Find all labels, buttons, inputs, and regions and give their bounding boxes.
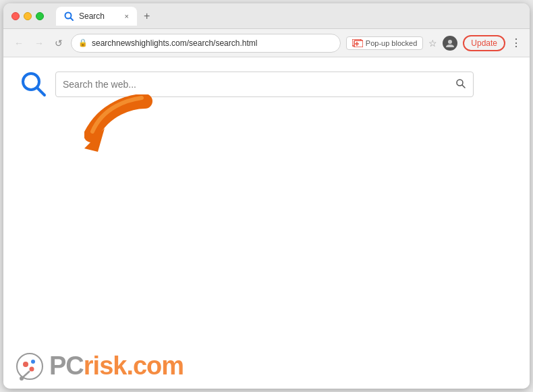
toolbar-right: Pop-up blocked ☆ Update ⋮ [346, 35, 522, 51]
popup-blocked-badge[interactable]: Pop-up blocked [346, 36, 423, 50]
tab-bar: Search × + [56, 7, 522, 26]
bookmark-button[interactable]: ☆ [428, 38, 437, 49]
browser-window: Search × + ← → ↺ 🔒 searchnewshighlights.… [3, 3, 530, 389]
svg-point-18 [20, 376, 24, 381]
new-tab-button[interactable]: + [140, 9, 154, 24]
reload-button[interactable]: ↺ [52, 35, 65, 51]
maximize-button[interactable] [36, 12, 44, 20]
popup-blocked-label: Pop-up blocked [366, 39, 417, 47]
close-button[interactable] [11, 12, 20, 20]
lock-icon: 🔒 [78, 38, 88, 47]
pcrisk-icon [16, 352, 44, 381]
svg-line-10 [462, 85, 465, 88]
active-tab[interactable]: Search × [56, 7, 137, 26]
svg-point-6 [448, 40, 452, 44]
tab-close-button[interactable]: × [125, 12, 129, 20]
search-area [3, 57, 530, 111]
profile-button[interactable] [443, 36, 457, 51]
svg-line-1 [71, 18, 74, 20]
svg-point-13 [17, 354, 43, 379]
svg-marker-12 [84, 128, 105, 152]
search-submit-icon [455, 78, 466, 89]
watermark: PCrisk.com [16, 352, 184, 381]
address-bar: ← → ↺ 🔒 searchnewshighlights.com/search/… [3, 29, 530, 57]
update-button[interactable]: Update [463, 35, 505, 51]
search-input[interactable] [63, 79, 455, 90]
svg-line-17 [22, 371, 30, 378]
svg-point-14 [23, 362, 28, 367]
profile-icon [445, 38, 455, 48]
url-bar[interactable]: 🔒 searchnewshighlights.com/search/search… [71, 34, 341, 53]
site-logo [20, 71, 47, 98]
popup-blocked-icon [352, 39, 363, 47]
tab-favicon [64, 11, 74, 21]
menu-button[interactable]: ⋮ [511, 36, 522, 49]
search-box[interactable] [55, 72, 474, 97]
minimize-button[interactable] [24, 12, 32, 20]
back-button[interactable]: ← [11, 35, 26, 51]
search-submit-button[interactable] [455, 78, 466, 91]
svg-point-16 [30, 366, 34, 371]
svg-line-8 [37, 88, 45, 95]
traffic-lights [11, 12, 44, 20]
svg-point-15 [31, 360, 35, 364]
page-content: PCrisk.com [3, 57, 530, 389]
pcrisk-label: PCrisk.com [49, 352, 184, 381]
title-bar: Search × + [3, 3, 530, 29]
url-text: searchnewshighlights.com/search/search.h… [92, 38, 333, 48]
tab-title: Search [79, 11, 105, 21]
forward-button[interactable]: → [32, 35, 47, 51]
